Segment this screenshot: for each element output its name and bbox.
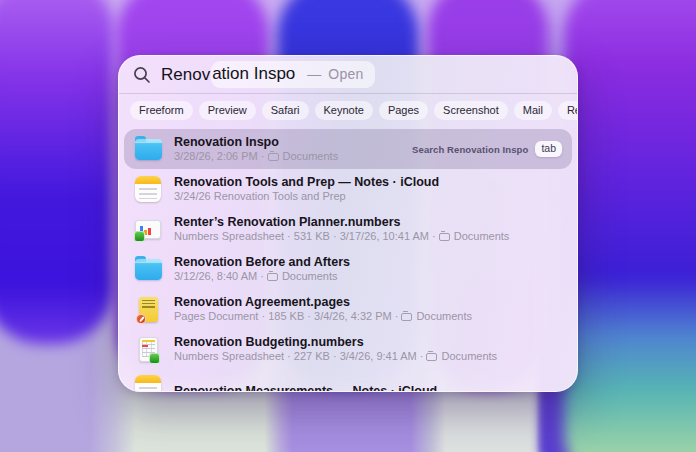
search-typed-text: Renov: [161, 65, 210, 85]
filter-chip-preview[interactable]: Preview: [199, 101, 256, 120]
notes-icon: [134, 175, 162, 203]
result-title: Renovation Budgeting.numbers: [174, 335, 497, 350]
filter-chip-freeform[interactable]: Freeform: [130, 101, 193, 120]
search-query-text: Renovation Inspo—Open: [161, 61, 375, 88]
result-subtitle: Numbers Spreadsheet · 531 KB · 3/17/26, …: [174, 230, 509, 243]
filter-chip-keynote[interactable]: Keynote: [315, 101, 373, 120]
result-title: Renovation Tools and Prep — Notes · iClo…: [174, 175, 439, 190]
tab-key-badge: tab: [535, 141, 562, 157]
wallpaper-capsule-right: [564, 0, 696, 452]
result-title: Renovation Agreement.pages: [174, 295, 472, 310]
search-autocomplete-highlight: ation Inspo—Open: [211, 61, 375, 88]
wallpaper-capsule-1: [0, 0, 114, 344]
folder-icon: [134, 255, 162, 283]
filter-chip-bar: Freeform Preview Safari Keynote Pages Sc…: [119, 94, 577, 126]
result-location: Documents: [282, 270, 338, 283]
accessory-label: Search Renovation Inspo: [412, 144, 528, 155]
result-row-renovation-before-and-afters[interactable]: Renovation Before and Afters 3/12/26, 8:…: [124, 249, 572, 289]
folder-icon: [134, 135, 162, 163]
result-location: Documents: [441, 350, 497, 363]
result-accessory: Search Renovation Inspo tab: [412, 141, 562, 157]
result-meta: 3/12/26, 8:40 AM ·: [174, 270, 264, 283]
notes-icon: [134, 374, 162, 392]
result-meta: Numbers Spreadsheet · 531 KB · 3/17/26, …: [174, 230, 436, 243]
filter-chip-reminders[interactable]: Reminders: [558, 101, 578, 120]
numbers-chart-document-icon: [134, 215, 162, 243]
folder-glyph-icon: [268, 153, 279, 161]
result-row-renovation-tools-and-prep[interactable]: Renovation Tools and Prep — Notes · iClo…: [124, 169, 572, 209]
filter-chip-mail[interactable]: Mail: [514, 101, 552, 120]
magnifier-icon: [133, 66, 151, 84]
result-title: Renovation Inspo: [174, 135, 338, 150]
result-meta: 3/28/26, 2:06 PM ·: [174, 150, 265, 163]
result-row-renters-renovation-planner[interactable]: Renter’s Renovation Planner.numbers Numb…: [124, 209, 572, 249]
result-location: Documents: [416, 310, 472, 323]
results-list: Renovation Inspo 3/28/26, 2:06 PM · Docu…: [119, 126, 577, 392]
result-title: Renovation Measurements — Notes · iCloud: [174, 384, 437, 392]
numbers-table-document-icon: [134, 335, 162, 363]
result-subtitle: Pages Document · 185 KB · 3/4/26, 4:32 P…: [174, 310, 472, 323]
folder-glyph-icon: [267, 273, 278, 281]
folder-glyph-icon: [426, 353, 437, 361]
folder-glyph-icon: [401, 313, 412, 321]
result-subtitle: 3/28/26, 2:06 PM · Documents: [174, 150, 338, 163]
result-row-renovation-agreement[interactable]: Renovation Agreement.pages Pages Documen…: [124, 289, 572, 329]
filter-chip-pages[interactable]: Pages: [379, 101, 428, 120]
result-row-renovation-budgeting[interactable]: Renovation Budgeting.numbers Numbers Spr…: [124, 329, 572, 369]
result-meta: Pages Document · 185 KB · 3/4/26, 4:32 P…: [174, 310, 398, 323]
filter-chip-screenshot[interactable]: Screenshot: [434, 101, 508, 120]
search-input[interactable]: Renovation Inspo—Open: [119, 56, 577, 93]
result-subtitle: 3/24/26 Renovation Tools and Prep: [174, 190, 439, 203]
result-subtitle: 3/12/26, 8:40 AM · Documents: [174, 270, 350, 283]
pages-document-icon: [134, 295, 162, 323]
result-title: Renter’s Renovation Planner.numbers: [174, 215, 509, 230]
filter-chip-safari[interactable]: Safari: [262, 101, 309, 120]
search-hint-separator: —: [307, 66, 321, 82]
search-completion-text: ation Inspo: [212, 64, 295, 84]
result-meta: 3/24/26 Renovation Tools and Prep: [174, 190, 346, 203]
search-hint-action: Open: [328, 66, 363, 82]
result-subtitle: Numbers Spreadsheet · 227 KB · 3/4/26, 9…: [174, 350, 497, 363]
result-location: Documents: [454, 230, 510, 243]
result-title: Renovation Before and Afters: [174, 255, 350, 270]
result-location: Documents: [283, 150, 339, 163]
result-meta: Numbers Spreadsheet · 227 KB · 3/4/26, 9…: [174, 350, 423, 363]
folder-glyph-icon: [439, 233, 450, 241]
spotlight-panel: Renovation Inspo—Open Freeform Preview S…: [118, 55, 578, 392]
result-row-renovation-measurements[interactable]: Renovation Measurements — Notes · iCloud: [124, 369, 572, 392]
result-row-renovation-inspo[interactable]: Renovation Inspo 3/28/26, 2:06 PM · Docu…: [124, 129, 572, 169]
